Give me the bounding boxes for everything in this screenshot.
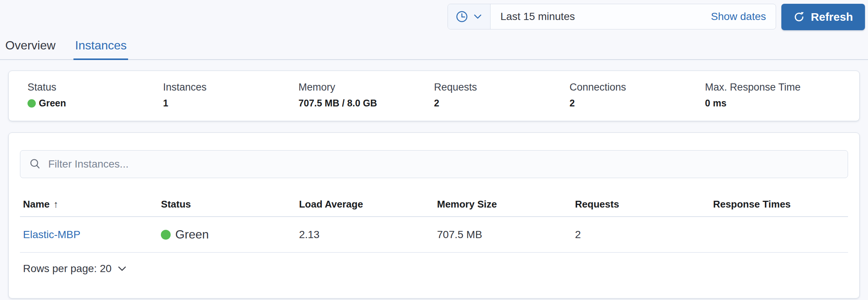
health-status-icon [28, 99, 36, 108]
summary-stats: Status Green Instances 1 Memory 707.5 MB… [9, 71, 859, 121]
column-header-status[interactable]: Status [158, 194, 296, 216]
stat-value: 2 [434, 98, 570, 109]
table-footer: Rows per page: 20 [20, 253, 848, 275]
table-header-row: Name ↑ Status Load Average Memory Size R… [20, 194, 848, 217]
instance-memory-size: 707.5 MB [434, 217, 572, 252]
time-range-button[interactable]: Last 15 minutes [491, 4, 701, 29]
stat-label: Instances [163, 82, 299, 93]
stat-label: Max. Response Time [705, 82, 840, 93]
column-header-name[interactable]: Name ↑ [20, 194, 158, 216]
instance-response-times [710, 217, 848, 252]
clock-icon [455, 10, 468, 23]
stat-max-response-time: Max. Response Time 0 ms [705, 82, 840, 109]
time-range-value: Last 15 minutes [500, 11, 575, 23]
instances-table: Name ↑ Status Load Average Memory Size R… [20, 194, 848, 275]
stat-value: 2 [570, 98, 705, 109]
tab-instances[interactable]: Instances [73, 35, 128, 60]
stat-label: Requests [434, 82, 570, 93]
tab-overview[interactable]: Overview [4, 35, 57, 60]
show-dates-label: Show dates [711, 11, 766, 23]
chevron-down-icon [473, 12, 483, 22]
time-filter-bar: Last 15 minutes Show dates Refresh [0, 0, 868, 30]
stat-value: Green [39, 98, 66, 109]
monitoring-instances-page: Last 15 minutes Show dates Refresh Overv… [0, 0, 868, 300]
instance-status: Green [175, 228, 209, 242]
summary-panel: Status Green Instances 1 Memory 707.5 MB… [8, 71, 860, 121]
column-header-label: Name [23, 198, 50, 210]
column-header-load-average[interactable]: Load Average [296, 194, 434, 216]
filter-instances-input[interactable] [48, 158, 839, 170]
stat-status: Status Green [28, 82, 163, 109]
show-dates-button[interactable]: Show dates [701, 4, 776, 29]
search-icon [29, 158, 41, 171]
refresh-button[interactable]: Refresh [781, 4, 865, 30]
rows-per-page-label: Rows per page: 20 [23, 263, 112, 275]
column-header-memory-size[interactable]: Memory Size [434, 194, 572, 216]
stat-requests: Requests 2 [434, 82, 570, 109]
stat-value: 1 [163, 98, 299, 109]
column-header-response-times[interactable]: Response Times [710, 194, 848, 216]
health-status-icon [161, 230, 171, 240]
stat-value: 707.5 MB / 8.0 GB [298, 98, 434, 109]
stat-label: Memory [298, 82, 434, 93]
quick-select-button[interactable] [448, 4, 491, 29]
instance-requests: 2 [572, 217, 710, 252]
instance-load-average: 2.13 [296, 217, 434, 252]
refresh-icon [793, 11, 805, 23]
stat-value: 0 ms [705, 98, 840, 109]
filter-box [20, 150, 848, 178]
chevron-down-icon [117, 263, 127, 274]
stat-connections: Connections 2 [570, 82, 705, 109]
stat-label: Status [28, 82, 163, 93]
rows-per-page-button[interactable]: Rows per page: 20 [23, 263, 127, 275]
tabs-bar: Overview Instances [0, 35, 868, 60]
instance-name-link[interactable]: Elastic-MBP [23, 229, 80, 241]
table-row: Elastic-MBP Green 2.13 707.5 MB 2 [20, 217, 848, 253]
stat-label: Connections [570, 82, 705, 93]
stat-memory: Memory 707.5 MB / 8.0 GB [298, 82, 434, 109]
stat-instances: Instances 1 [163, 82, 299, 109]
instances-panel: Name ↑ Status Load Average Memory Size R… [8, 132, 860, 298]
sort-ascending-icon: ↑ [53, 198, 58, 210]
date-picker: Last 15 minutes Show dates [448, 4, 776, 29]
column-header-requests[interactable]: Requests [572, 194, 710, 216]
refresh-label: Refresh [811, 11, 853, 23]
